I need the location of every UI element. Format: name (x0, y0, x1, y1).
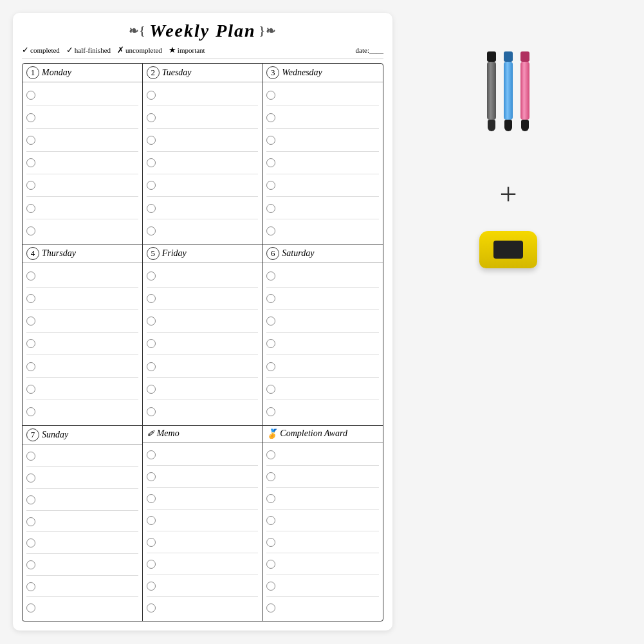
task-circle (266, 516, 275, 525)
cell-body (262, 82, 383, 244)
task-circle (266, 538, 275, 547)
task-line (147, 378, 259, 400)
task-circle (26, 495, 35, 504)
task-circle (26, 317, 35, 326)
task-line (147, 510, 259, 531)
task-circle (147, 362, 156, 371)
cell-number: 1 (26, 66, 39, 79)
task-line (147, 265, 259, 287)
cell-number: 6 (266, 247, 279, 260)
completed-icon: ✓ (22, 45, 29, 55)
task-circle (26, 204, 35, 213)
plus-sign: + (499, 176, 517, 212)
task-circle (147, 582, 156, 591)
task-line (266, 84, 379, 106)
grid-cell-monday: 1Monday (23, 64, 143, 244)
uncompleted-icon: ✗ (117, 45, 124, 55)
task-line (266, 510, 379, 531)
task-circle (147, 271, 156, 281)
cell-body (23, 445, 142, 621)
task-circle (147, 450, 156, 459)
task-line (26, 107, 138, 129)
task-circle (26, 538, 35, 547)
grid-cell-wednesday: 3Wednesday (262, 64, 383, 244)
legend-important: ★ important (169, 45, 205, 55)
task-line (26, 555, 138, 576)
task-circle (266, 226, 275, 235)
task-line (266, 198, 379, 219)
cell-body (143, 263, 262, 425)
task-circle (266, 407, 275, 416)
title-text: Weekly Plan (149, 21, 255, 41)
marker-pink-tip (521, 120, 529, 131)
task-line (147, 532, 259, 553)
task-circle (266, 317, 275, 326)
legend-uncompleted: ✗ uncompleted (117, 45, 162, 55)
task-circle (266, 494, 275, 503)
cell-number: 2 (147, 66, 160, 79)
cell-header: 6Saturday (262, 244, 383, 263)
grid-cell-memo: ✐Memo (143, 426, 263, 621)
task-circle (147, 317, 156, 326)
task-circle (147, 226, 156, 235)
task-line (26, 576, 138, 598)
task-circle (266, 181, 275, 190)
task-circle (266, 294, 275, 303)
task-circle (147, 136, 156, 145)
task-circle (266, 158, 275, 167)
task-circle (266, 472, 275, 481)
marker-blue (504, 51, 513, 131)
task-line (26, 265, 138, 287)
cell-label: Completion Award (280, 428, 347, 439)
task-circle (26, 339, 35, 348)
task-circle (26, 362, 35, 371)
marker-black-tip (488, 120, 495, 131)
task-line (26, 288, 138, 310)
cell-label: Monday (42, 68, 71, 78)
task-circle (26, 474, 35, 483)
task-circle (26, 385, 35, 394)
task-line (266, 576, 379, 597)
task-line (147, 401, 259, 422)
legend-items: ✓ completed ✓ half-finished ✗ uncomplete… (22, 45, 205, 55)
task-circle (147, 204, 156, 213)
legend-half-finished-label: half-finished (75, 46, 111, 54)
task-circle (26, 582, 35, 591)
task-line (147, 220, 259, 241)
task-line (266, 554, 379, 575)
task-circle (147, 181, 156, 190)
task-line (266, 311, 379, 333)
task-line (266, 598, 379, 618)
legend-half-finished: ✓ half-finished (66, 45, 111, 55)
task-circle (147, 516, 156, 525)
grid-cell-saturday: 6Saturday (262, 244, 383, 425)
cell-number: 3 (266, 66, 279, 79)
task-circle (147, 339, 156, 348)
task-line (266, 288, 379, 310)
legend-completed: ✓ completed (22, 45, 60, 55)
cell-header: 4Thursday (23, 244, 142, 263)
task-line (266, 401, 379, 422)
cell-header: 1Monday (23, 64, 142, 82)
task-circle (266, 91, 275, 100)
task-line (26, 84, 138, 106)
cell-body (23, 263, 142, 425)
task-circle (147, 472, 156, 481)
grid-cell-completion-award: 🏅Completion Award (262, 426, 383, 621)
task-circle (26, 271, 35, 281)
marker-black (487, 51, 496, 131)
task-circle (147, 603, 156, 612)
title-deco-right: }❧ (260, 24, 277, 38)
marker-pink (520, 51, 529, 131)
task-line (147, 333, 259, 355)
weekly-grid: 1Monday2Tuesday3Wednesday4Thursday5Frida… (22, 63, 383, 621)
task-line (26, 378, 138, 400)
legend-uncompleted-label: uncompleted (125, 46, 162, 54)
task-line (26, 533, 138, 554)
task-circle (26, 181, 35, 190)
task-line (147, 554, 259, 575)
grid-cell-tuesday: 2Tuesday (143, 64, 263, 244)
award-icon: 🏅 (266, 428, 277, 439)
task-circle (147, 494, 156, 503)
task-line (266, 152, 379, 174)
